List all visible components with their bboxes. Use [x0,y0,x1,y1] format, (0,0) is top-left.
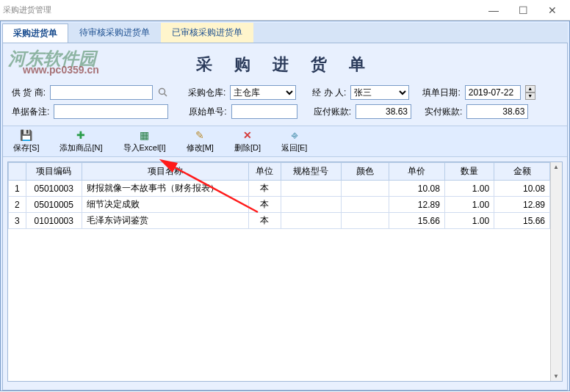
save-button[interactable]: 💾 保存[S] [3,128,49,155]
date-spinner[interactable]: ▲ ▼ [525,85,535,100]
cell-amount: 10.08 [494,181,550,197]
date-label: 填单日期: [422,87,460,99]
svg-point-2 [159,89,165,95]
grid-table[interactable]: 项目编码 项目名称 单位 规格型号 颜色 单价 数量 金额 105010003财… [8,162,550,229]
cell-price: 12.89 [389,197,445,213]
window-controls: — ☐ ✕ [479,1,567,19]
table-row[interactable]: 105010003财报就像一本故事书（财务报表）本10.081.0010.08 [9,181,550,197]
cell-qty: 1.00 [444,197,494,213]
payable-input[interactable] [356,104,411,119]
orig-no-label: 原始单号: [189,106,226,118]
return-button[interactable]: ⎆ 返回[E] [271,128,317,155]
form-row-1: 供 货 商: 采购仓库: 主仓库 经 办 人: 张三 填单日期: ▲ ▼ [7,83,563,102]
modify-button[interactable]: ✎ 修改[M] [176,128,224,155]
table-row[interactable]: 301010003毛泽东诗词鉴赏本15.661.0015.66 [9,213,550,229]
orig-no-input[interactable] [231,104,297,119]
cell-code: 01010003 [26,213,82,229]
remark-input[interactable] [54,104,168,119]
data-grid: 项目编码 项目名称 单位 规格型号 颜色 单价 数量 金额 105010003财… [7,161,563,382]
delete-icon: ✕ [240,129,255,141]
cell-unit: 本 [249,213,281,229]
cell-amount: 15.66 [494,213,550,229]
cell-code: 05010003 [26,181,82,197]
col-qty[interactable]: 数量 [444,163,494,181]
cell-qty: 1.00 [444,181,494,197]
add-product-button[interactable]: ✚ 添加商品[N] [49,128,112,155]
excel-icon: ▦ [137,129,152,141]
edit-icon: ✎ [192,129,207,141]
col-price[interactable]: 单价 [389,163,445,181]
window-title: 采购进货管理 [3,4,51,15]
cell-idx: 2 [9,197,26,213]
close-button[interactable]: ✕ [538,1,567,19]
titlebar: 采购进货管理 — ☐ ✕ [0,0,570,21]
delete-button[interactable]: ✕ 删除[D] [224,128,271,155]
cell-qty: 1.00 [444,213,494,229]
cell-spec [281,213,341,229]
col-code[interactable]: 项目编码 [26,163,82,181]
handler-label: 经 办 人: [312,87,346,99]
cell-name: 毛泽东诗词鉴赏 [82,213,249,229]
warehouse-label: 采购仓库: [188,87,226,99]
paid-label: 实付账款: [425,106,462,118]
search-icon[interactable] [157,87,169,98]
supplier-input[interactable] [50,85,153,100]
col-spec[interactable]: 规格型号 [281,163,341,181]
cell-unit: 本 [249,197,281,213]
page-title: 采 购 进 货 单 [7,48,563,83]
svg-line-3 [165,94,167,97]
vertical-scrollbar[interactable] [550,162,562,381]
chevron-up-icon[interactable]: ▲ [525,85,535,92]
supplier-label: 供 货 商: [12,87,46,99]
tab-bar: 采购进货单 待审核采购进货单 已审核采购进货单 [2,23,568,43]
tab-approved[interactable]: 已审核采购进货单 [161,23,253,43]
cell-color [342,181,389,197]
cell-color [342,213,389,229]
cell-spec [281,197,341,213]
grid-header-row: 项目编码 项目名称 单位 规格型号 颜色 单价 数量 金额 [9,163,550,181]
maximize-button[interactable]: ☐ [508,1,538,19]
col-color[interactable]: 颜色 [342,163,389,181]
minimize-button[interactable]: — [479,1,508,19]
tab-purchase-order[interactable]: 采购进货单 [2,23,68,43]
chevron-down-icon[interactable]: ▼ [525,92,535,100]
handler-select[interactable]: 张三 [350,85,409,100]
cell-name: 细节决定成败 [82,197,249,213]
cell-amount: 12.89 [494,197,550,213]
import-excel-button[interactable]: ▦ 导入Excel[I] [113,128,176,155]
cell-unit: 本 [249,181,281,197]
table-row[interactable]: 205010005细节决定成败本12.891.0012.89 [9,197,550,213]
main-area: 河东软件园 www.pc0359.cn 采购进货单 待审核采购进货单 已审核采购… [0,21,570,391]
content-panel: 采 购 进 货 单 供 货 商: 采购仓库: 主仓库 经 办 人: 张三 填单日… [2,43,568,391]
date-input[interactable] [465,85,521,100]
cell-price: 10.08 [389,181,445,197]
paid-input[interactable] [466,104,528,119]
save-icon: 💾 [19,129,34,141]
remark-label: 单据备注: [12,106,49,118]
warehouse-select[interactable]: 主仓库 [230,85,296,100]
cell-name: 财报就像一本故事书（财务报表） [82,181,249,197]
cell-idx: 1 [9,181,26,197]
toolbar: 💾 保存[S] ✚ 添加商品[N] ▦ 导入Excel[I] ✎ 修改[M] ✕… [3,126,567,157]
cell-idx: 3 [9,213,26,229]
tab-pending-approval[interactable]: 待审核采购进货单 [68,23,161,43]
col-idx [9,163,26,181]
cell-price: 15.66 [389,213,445,229]
cell-color [342,197,389,213]
cell-spec [281,181,341,197]
col-amount[interactable]: 金额 [494,163,550,181]
add-icon: ✚ [73,129,88,141]
return-icon: ⎆ [287,129,302,141]
payable-label: 应付账款: [314,106,351,118]
col-name[interactable]: 项目名称 [82,163,249,181]
col-unit[interactable]: 单位 [249,163,281,181]
cell-code: 05010005 [26,197,82,213]
form-row-2: 单据备注: 原始单号: 应付账款: 实付账款: [7,102,563,121]
